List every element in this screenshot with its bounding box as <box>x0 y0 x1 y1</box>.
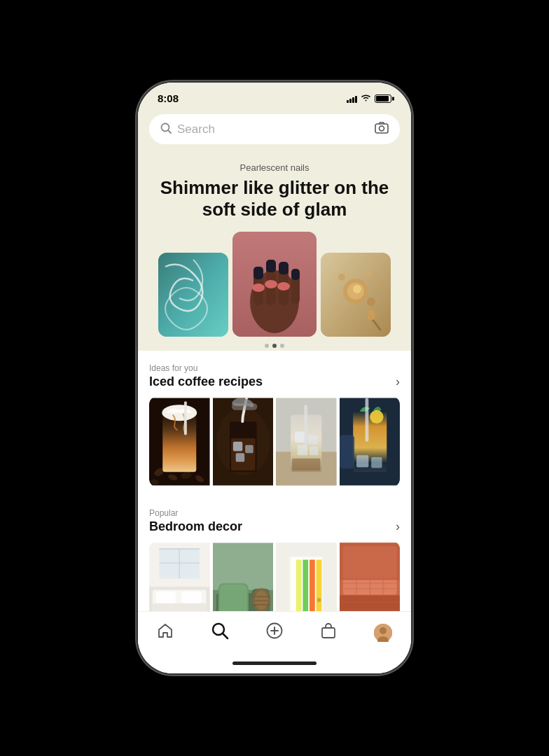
search-nav-icon <box>211 622 229 644</box>
avatar-icon <box>374 624 392 642</box>
svg-rect-41 <box>245 445 253 454</box>
svg-rect-89 <box>317 560 322 611</box>
svg-rect-42 <box>235 454 244 462</box>
svg-rect-58 <box>365 398 368 442</box>
search-icon <box>160 122 172 136</box>
svg-rect-56 <box>371 457 382 468</box>
svg-rect-63 <box>156 592 176 603</box>
phone-frame: 8:08 <box>138 83 411 673</box>
svg-point-78 <box>254 591 267 610</box>
coffee-arrow-icon[interactable]: › <box>396 374 400 389</box>
coffee-image-1[interactable] <box>149 396 210 487</box>
svg-rect-2 <box>375 124 388 133</box>
bottom-nav <box>138 611 411 652</box>
svg-rect-40 <box>232 442 242 451</box>
svg-rect-43 <box>231 404 257 411</box>
status-time: 8:08 <box>158 92 179 104</box>
svg-point-17 <box>277 282 290 290</box>
search-placeholder: Search <box>177 122 369 136</box>
hero-image-left[interactable] <box>158 253 228 337</box>
bedroom-image-4[interactable] <box>340 541 401 611</box>
dot-2[interactable] <box>272 344 277 348</box>
svg-point-16 <box>265 280 277 288</box>
bedroom-image-row <box>149 541 400 611</box>
scroll-content[interactable]: Ideas for you Iced coffee recipes › <box>138 351 411 611</box>
nav-home[interactable] <box>148 620 182 646</box>
nav-shopping[interactable] <box>312 620 345 646</box>
svg-point-114 <box>380 627 387 634</box>
status-bar: 8:08 <box>138 83 411 108</box>
svg-rect-14 <box>291 269 300 280</box>
coffee-image-3[interactable] <box>276 396 337 487</box>
svg-rect-59 <box>340 435 354 469</box>
svg-point-15 <box>252 284 265 292</box>
bedroom-image-1[interactable] <box>149 541 210 611</box>
bedroom-image-3[interactable] <box>276 541 337 611</box>
svg-rect-35 <box>184 402 187 435</box>
wifi-icon <box>361 93 371 104</box>
home-icon <box>157 622 174 643</box>
battery-icon <box>375 94 391 103</box>
dot-3[interactable] <box>280 344 284 348</box>
nav-search[interactable] <box>202 619 237 647</box>
svg-rect-87 <box>303 560 308 611</box>
svg-point-21 <box>353 285 361 293</box>
svg-rect-13 <box>279 262 289 274</box>
svg-point-23 <box>366 271 371 276</box>
svg-rect-26 <box>368 310 375 320</box>
svg-line-1 <box>168 130 171 133</box>
svg-rect-112 <box>322 628 335 638</box>
svg-point-3 <box>380 126 384 131</box>
svg-point-90 <box>317 598 321 603</box>
svg-rect-11 <box>253 267 263 279</box>
coffee-image-2[interactable] <box>213 396 274 487</box>
svg-rect-51 <box>310 447 318 455</box>
section-bedroom: Popular Bedroom decor › <box>138 496 411 611</box>
dot-1[interactable] <box>265 344 269 348</box>
svg-rect-49 <box>308 435 317 444</box>
svg-point-24 <box>367 298 375 306</box>
svg-rect-106 <box>342 547 396 579</box>
camera-icon[interactable] <box>375 121 389 137</box>
coffee-image-row <box>149 396 400 487</box>
svg-rect-75 <box>219 584 246 611</box>
section-header-coffee: Iced coffee recipes › <box>149 374 400 389</box>
svg-rect-52 <box>304 405 307 446</box>
hero-image-right[interactable] <box>321 253 391 337</box>
nav-profile[interactable] <box>366 621 401 645</box>
home-indicator-bar <box>232 662 317 665</box>
hero-image-center[interactable] <box>232 232 317 337</box>
search-container: Search <box>138 108 411 155</box>
svg-rect-55 <box>356 456 368 468</box>
hero-images <box>149 232 400 337</box>
hero-subtitle: Pearlescent nails <box>149 162 400 173</box>
svg-rect-50 <box>298 445 307 455</box>
phone-screen: 8:08 <box>138 83 411 673</box>
bag-icon <box>320 622 337 643</box>
nav-add[interactable] <box>258 620 291 646</box>
svg-rect-65 <box>153 603 207 611</box>
bedroom-arrow-icon[interactable]: › <box>396 519 400 534</box>
home-indicator <box>138 652 411 673</box>
bedroom-image-2[interactable] <box>213 541 274 611</box>
status-icons <box>347 93 391 104</box>
carousel-dots <box>149 337 400 351</box>
hero-title: Shimmer like glitter on the soft side of… <box>149 177 400 220</box>
svg-rect-47 <box>292 458 320 470</box>
svg-rect-48 <box>295 432 305 442</box>
svg-point-34 <box>162 405 197 421</box>
coffee-image-4[interactable] <box>340 396 401 487</box>
add-icon <box>266 622 283 643</box>
section-iced-coffee: Ideas for you Iced coffee recipes › <box>138 351 411 496</box>
section-title-coffee: Iced coffee recipes <box>149 374 263 389</box>
svg-line-108 <box>223 634 228 638</box>
section-title-bedroom: Bedroom decor <box>149 519 242 534</box>
search-bar[interactable]: Search <box>149 114 400 144</box>
svg-point-22 <box>338 274 345 281</box>
section-header-bedroom: Bedroom decor › <box>149 519 400 534</box>
svg-rect-88 <box>310 560 315 611</box>
svg-rect-101 <box>340 596 401 611</box>
section-meta-coffee: Ideas for you <box>149 363 400 373</box>
signal-icon <box>347 94 357 103</box>
svg-rect-64 <box>181 592 202 603</box>
